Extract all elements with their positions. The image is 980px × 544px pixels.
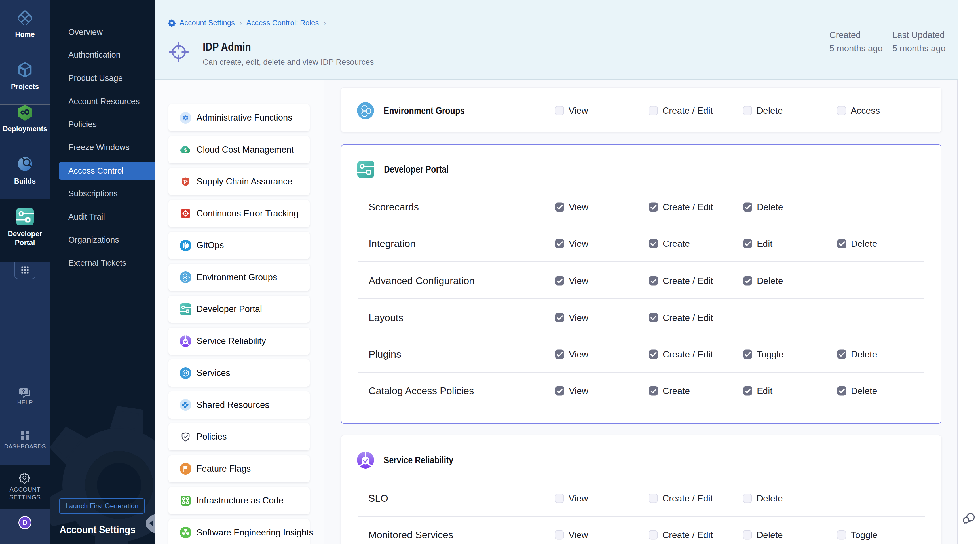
svg-text:$: $ (184, 148, 187, 153)
svg-text:?: ? (22, 388, 25, 394)
